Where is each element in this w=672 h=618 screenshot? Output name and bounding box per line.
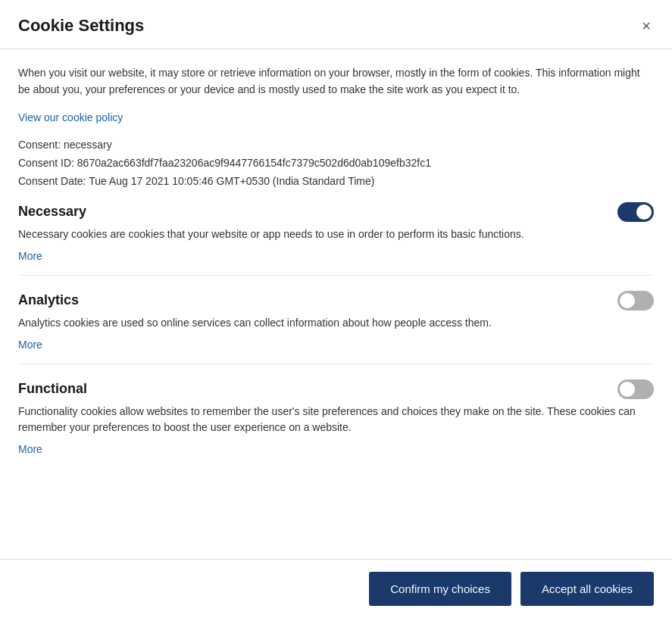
analytics-toggle[interactable] xyxy=(617,291,654,311)
modal-title: Cookie Settings xyxy=(18,16,144,36)
intro-text: When you visit our website, it may store… xyxy=(18,64,654,98)
section-necessary-title: Necessary xyxy=(18,204,86,220)
divider-1 xyxy=(18,275,654,276)
section-analytics-title: Analytics xyxy=(18,292,79,308)
modal-footer: Confirm my choices Accept all cookies xyxy=(0,559,672,618)
section-necessary-header: Necessary xyxy=(18,202,654,222)
functional-slider xyxy=(617,379,654,399)
necessary-slider xyxy=(617,202,654,222)
consent-date: Consent Date: Tue Aug 17 2021 10:05:46 G… xyxy=(18,175,654,187)
necessary-more-link[interactable]: More xyxy=(18,250,42,262)
consent-id: Consent ID: 8670a2ac663fdf7faa23206ac9f9… xyxy=(18,157,654,169)
section-necessary: Necessary Necessary cookies are cookies … xyxy=(18,202,654,263)
analytics-slider xyxy=(617,291,654,311)
modal-body: When you visit our website, it may store… xyxy=(0,49,672,559)
modal-header: Cookie Settings × xyxy=(0,0,672,49)
close-button[interactable]: × xyxy=(639,15,654,36)
functional-description: Functionality cookies allow websites to … xyxy=(18,404,654,435)
section-analytics: Analytics Analytics cookies are used so … xyxy=(18,291,654,351)
necessary-toggle[interactable] xyxy=(617,202,654,222)
accept-all-button[interactable]: Accept all cookies xyxy=(520,572,654,606)
functional-toggle[interactable] xyxy=(617,379,654,399)
section-functional-header: Functional xyxy=(18,379,654,399)
cookie-settings-modal: Cookie Settings × When you visit our web… xyxy=(0,0,672,618)
divider-2 xyxy=(18,364,654,364)
analytics-description: Analytics cookies are used so online ser… xyxy=(18,315,654,331)
analytics-more-link[interactable]: More xyxy=(18,339,42,351)
section-functional: Functional Functionality cookies allow w… xyxy=(18,379,654,456)
necessary-description: Necessary cookies are cookies that your … xyxy=(18,226,654,242)
section-functional-title: Functional xyxy=(18,381,87,397)
consent-type: Consent: necessary xyxy=(18,139,654,151)
cookie-policy-link[interactable]: View our cookie policy xyxy=(18,111,123,123)
confirm-choices-button[interactable]: Confirm my choices xyxy=(369,572,511,606)
section-analytics-header: Analytics xyxy=(18,291,654,311)
functional-more-link[interactable]: More xyxy=(18,443,42,455)
